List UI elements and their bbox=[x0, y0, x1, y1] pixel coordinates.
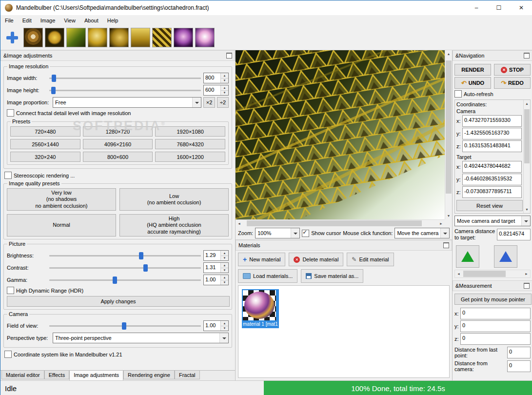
slider-handle[interactable] bbox=[143, 264, 148, 272]
image-width-spinbox[interactable]: 800 bbox=[203, 73, 229, 83]
camera-distance-field[interactable]: 0.8214574 bbox=[497, 229, 531, 240]
coordinates-scrollbar[interactable] bbox=[523, 100, 530, 213]
spin-down-icon[interactable] bbox=[221, 256, 228, 261]
measure-x-field[interactable]: 0 bbox=[460, 308, 531, 319]
gamma-slider[interactable] bbox=[49, 276, 201, 284]
spin-down-icon[interactable] bbox=[221, 280, 228, 285]
material-item-selected[interactable]: material 1 [mat1] bbox=[242, 289, 279, 328]
show-cursor-checkbox[interactable] bbox=[302, 230, 309, 237]
float-panel-icon[interactable] bbox=[524, 283, 530, 289]
brightness-value[interactable]: 1.29 bbox=[204, 251, 220, 260]
slider-handle[interactable] bbox=[122, 322, 126, 330]
spin-up-icon[interactable] bbox=[221, 263, 228, 268]
toolbar-thumb-hybrid-fractal[interactable] bbox=[195, 28, 215, 47]
menu-edit[interactable]: Edit bbox=[18, 18, 36, 23]
material-thumbnail[interactable] bbox=[243, 290, 276, 320]
stereoscopic-checkbox[interactable] bbox=[4, 172, 12, 179]
quality-very-low-button[interactable]: Very low (no shadows no ambient occlusio… bbox=[7, 188, 116, 211]
image-width-slider[interactable] bbox=[49, 74, 201, 82]
toolbar-thumb-bulb-fractal[interactable] bbox=[88, 28, 107, 47]
float-panel-icon[interactable] bbox=[524, 53, 530, 59]
connect-detail-checkbox[interactable] bbox=[7, 109, 14, 117]
toolbar-thumb-quaternion-fractal[interactable] bbox=[174, 28, 193, 47]
scroll-up-icon[interactable] bbox=[524, 100, 530, 107]
tab-fractal[interactable]: Fractal bbox=[175, 371, 200, 379]
scroll-left-icon[interactable] bbox=[455, 270, 462, 277]
float-panel-icon[interactable] bbox=[226, 53, 232, 59]
contrast-slider[interactable] bbox=[49, 264, 201, 272]
zoom-combo[interactable]: 100% bbox=[255, 228, 300, 238]
toolbar-thumb-sphere-fractal[interactable] bbox=[23, 28, 43, 47]
coordinate-system-checkbox[interactable] bbox=[4, 351, 12, 358]
preset-320x240-button[interactable]: 320×240 bbox=[10, 152, 80, 162]
resolution-halve-button[interactable]: ÷2 bbox=[217, 97, 229, 108]
scrollbar-track[interactable] bbox=[445, 58, 452, 212]
minimize-button[interactable]: – bbox=[465, 0, 488, 15]
render-vertical-scrollbar[interactable] bbox=[445, 50, 452, 219]
scrollbar-thumb[interactable] bbox=[524, 109, 530, 163]
fractal-render-image[interactable] bbox=[236, 50, 445, 219]
navigation-horizontal-scrollbar[interactable] bbox=[454, 270, 531, 278]
quality-normal-button[interactable]: Normal bbox=[7, 214, 116, 237]
add-preset-button[interactable] bbox=[3, 28, 21, 47]
toolbar-thumb-box-fractal[interactable] bbox=[131, 28, 150, 47]
undo-button[interactable]: UNDO bbox=[454, 77, 491, 89]
camera-z-field[interactable]: 0.16315351483841 bbox=[462, 140, 522, 152]
get-point-button[interactable]: Get point by mouse pointer bbox=[454, 294, 532, 305]
tab-material-editor[interactable]: Material editor bbox=[1, 371, 44, 379]
hdr-checkbox[interactable] bbox=[7, 287, 14, 294]
gamma-value[interactable]: 1.00 bbox=[204, 275, 220, 285]
camera-x-field[interactable]: 0.47327071559330 bbox=[462, 115, 522, 127]
move-forward-button[interactable] bbox=[456, 245, 479, 268]
apply-changes-button[interactable]: Apply changes bbox=[7, 296, 230, 307]
fov-slider[interactable] bbox=[49, 322, 201, 330]
toolbar-thumb-menger-sponge[interactable] bbox=[66, 28, 86, 47]
image-proportion-combo[interactable]: Free bbox=[53, 97, 201, 108]
move-mode-combo[interactable]: Move camera and target bbox=[454, 216, 531, 226]
slider-handle[interactable] bbox=[139, 252, 143, 259]
scrollbar-track[interactable] bbox=[462, 270, 523, 277]
spin-up-icon[interactable] bbox=[221, 73, 228, 78]
stop-button[interactable]: STOP bbox=[494, 64, 531, 76]
mouse-function-combo[interactable]: Move the camera bbox=[394, 228, 450, 238]
tab-effects[interactable]: Effects bbox=[44, 371, 69, 379]
scroll-right-icon[interactable] bbox=[437, 220, 445, 227]
measure-z-field[interactable]: 0 bbox=[460, 333, 531, 345]
preset-1280x720-button[interactable]: 1280×720 bbox=[83, 126, 153, 137]
image-height-spinbox[interactable]: 600 bbox=[203, 85, 229, 96]
save-material-button[interactable]: Save material as... bbox=[301, 269, 363, 283]
menu-about[interactable]: About bbox=[80, 18, 103, 23]
image-height-value[interactable]: 600 bbox=[204, 85, 220, 95]
load-materials-button[interactable]: Load materials... bbox=[238, 269, 297, 283]
menu-help[interactable]: Help bbox=[103, 18, 123, 23]
fov-spinbox[interactable]: 1.00 bbox=[203, 320, 229, 331]
toolbar-thumb-octahedron-fractal[interactable] bbox=[45, 28, 64, 47]
edit-material-button[interactable]: Edit material bbox=[347, 253, 394, 266]
maximize-button[interactable]: ☐ bbox=[488, 0, 510, 15]
quality-high-button[interactable]: High (HQ ambient occlusion accurate raym… bbox=[119, 214, 229, 237]
scroll-down-icon[interactable] bbox=[524, 206, 530, 213]
tab-rendering-engine[interactable]: Rendering engine bbox=[123, 371, 175, 379]
reset-view-button[interactable]: Reset view bbox=[456, 200, 523, 211]
spin-up-icon[interactable] bbox=[221, 275, 228, 280]
resolution-double-button[interactable]: ×2 bbox=[203, 97, 215, 108]
render-button[interactable]: RENDER bbox=[454, 64, 491, 76]
float-panel-icon[interactable] bbox=[443, 242, 449, 248]
fov-value[interactable]: 1.00 bbox=[204, 321, 220, 331]
distance-last-point-field[interactable]: 0 bbox=[507, 347, 531, 358]
scroll-left-icon[interactable] bbox=[236, 220, 243, 227]
contrast-value[interactable]: 1.31 bbox=[204, 263, 220, 273]
spin-up-icon[interactable] bbox=[221, 321, 228, 326]
toolbar-thumb-mandelbulb[interactable] bbox=[109, 28, 129, 47]
preset-720x480-button[interactable]: 720×480 bbox=[10, 126, 80, 137]
delete-material-button[interactable]: Delete material bbox=[289, 253, 343, 266]
preset-7680x4320-button[interactable]: 7680×4320 bbox=[155, 139, 225, 149]
gamma-spinbox[interactable]: 1.00 bbox=[203, 275, 229, 285]
target-z-field[interactable]: -0.07308377895711 bbox=[462, 186, 522, 198]
menu-image[interactable]: Image bbox=[36, 18, 60, 23]
scrollbar-track[interactable] bbox=[524, 107, 530, 206]
image-width-value[interactable]: 800 bbox=[204, 73, 220, 83]
move-up-button[interactable] bbox=[494, 245, 517, 268]
scrollbar-thumb[interactable] bbox=[247, 220, 422, 226]
target-y-field[interactable]: -0.64602863519532 bbox=[462, 174, 522, 185]
